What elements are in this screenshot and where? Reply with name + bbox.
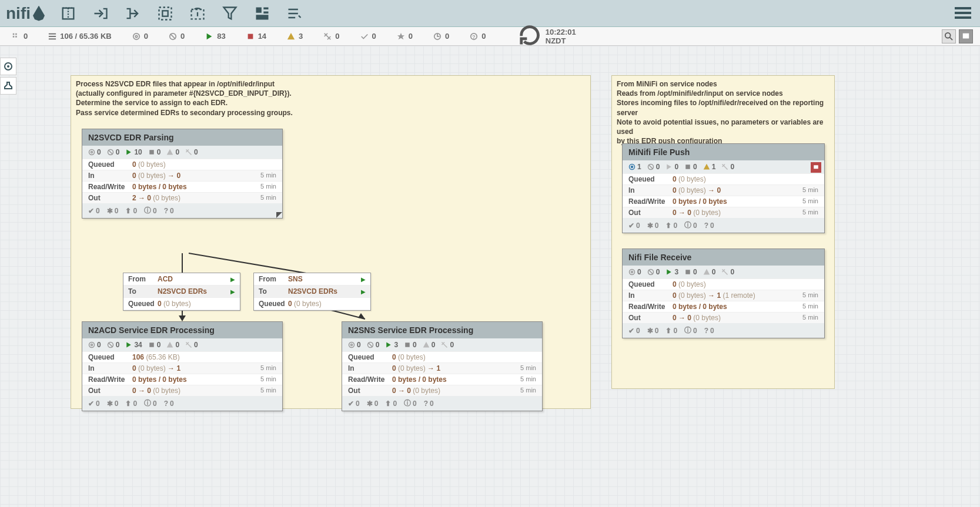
connector-line [182, 253, 183, 273]
arrow-head-icon [179, 315, 186, 321]
add-remote-process-group-icon[interactable] [189, 5, 206, 22]
svg-rect-51 [685, 270, 690, 274]
svg-point-31 [89, 343, 95, 348]
svg-line-50 [648, 270, 653, 274]
process-group-title: N2SNS Service EDR Processing [342, 322, 542, 338]
flow-canvas[interactable]: Process N2SVCD EDR files that appear in … [0, 46, 980, 507]
connection-acd[interactable]: FromACD▶ ToN2SVCD EDRs▶ Queued0 (0 bytes… [123, 273, 240, 311]
svg-rect-21 [963, 33, 969, 38]
up-to-date-count: 0 [360, 32, 376, 41]
svg-rect-2 [162, 11, 168, 16]
bulletin-indicator-icon[interactable] [811, 162, 821, 173]
process-group-minifi-push[interactable]: MiNifi File Push 1 0 0 0 1 0 Queued0 (0 … [622, 143, 825, 233]
sync-failure-count: ?0 [470, 32, 486, 41]
navigate-button[interactable] [0, 58, 16, 75]
process-group-status-row: 0 0 10 0 0 0 [82, 146, 282, 159]
process-group-footer: ✔ 0 ✱ 0 ⬆ 0 ⓘ 0 ? 0 [82, 396, 282, 411]
locally-modified-count: 0 [397, 32, 413, 41]
add-funnel-icon[interactable] [221, 5, 239, 22]
not-transmitting-count: 0 [169, 32, 185, 41]
svg-rect-15 [247, 33, 253, 39]
stale-count: 0 [433, 32, 449, 41]
operate-palette [0, 58, 16, 96]
svg-point-11 [133, 33, 139, 39]
add-label-icon[interactable] [286, 5, 303, 22]
process-group-footer: ✔ 0 ✱ 0 ⬆ 0 ⓘ 0 ? 0 [623, 218, 824, 233]
svg-rect-6 [13, 36, 15, 38]
process-group-body: Queued106 (65.36 KB) In0 (0 bytes) → 15 … [82, 351, 282, 396]
svg-text:?: ? [473, 33, 476, 39]
component-toolbar: nifi [0, 0, 980, 27]
play-icon: ▶ [230, 276, 235, 283]
process-group-n2svcd-parsing[interactable]: N2SVCD EDR Parsing 0 0 10 0 0 0 Queued0 … [82, 129, 283, 219]
svg-rect-10 [49, 38, 56, 39]
invalid-count: 3 [287, 32, 303, 41]
svg-point-36 [349, 343, 354, 348]
svg-point-37 [351, 344, 353, 346]
process-group-n2sns[interactable]: N2SNS Service EDR Processing 0 0 3 0 0 0… [342, 321, 543, 411]
process-group-title: N2SVCD EDR Parsing [82, 129, 282, 146]
svg-rect-8 [49, 33, 56, 34]
running-count: 83 [205, 32, 225, 41]
flow-status-bar: 0 106 / 65.36 KB 0 0 83 14 3 0 0 0 0 ?0 … [0, 27, 980, 46]
add-process-group-icon[interactable] [156, 5, 174, 22]
global-menu-button[interactable] [955, 5, 971, 21]
add-processor-icon[interactable] [59, 5, 77, 22]
nifi-logo: nifi [6, 4, 45, 23]
svg-point-48 [631, 271, 633, 273]
operate-button[interactable] [0, 77, 16, 95]
svg-point-23 [8, 66, 9, 67]
process-group-title: MiNifi File Push [623, 144, 824, 160]
svg-point-19 [945, 32, 951, 38]
connector-line [189, 252, 336, 276]
process-group-footer: ✔ 0 ✱ 0 ⬆ 0 ⓘ 0 ? 0 [82, 203, 282, 218]
process-group-status-row: 0 0 3 0 0 0 [623, 266, 824, 278]
svg-point-32 [91, 344, 93, 346]
bulletin-button[interactable] [959, 29, 973, 43]
svg-line-20 [950, 37, 952, 39]
transmitting-count: 0 [132, 32, 148, 41]
connection-sns[interactable]: FromSNS▶ ToN2SVCD EDRs▶ Queued0 (0 bytes… [253, 273, 371, 311]
process-group-footer: ✔ 0 ✱ 0 ⬆ 0 ⓘ 0 ? 0 [623, 323, 824, 338]
svg-rect-30 [149, 150, 154, 155]
process-group-status-row: 0 0 3 0 0 0 [342, 338, 542, 351]
active-threads: 0 [12, 32, 28, 41]
process-group-n2acd[interactable]: N2ACD Service EDR Processing 0 0 34 0 0 … [82, 321, 283, 411]
svg-point-26 [89, 150, 95, 155]
svg-point-12 [135, 35, 138, 38]
svg-rect-40 [405, 343, 410, 347]
process-group-body: Queued0 (0 bytes) In0 (0 bytes) → 05 min… [82, 159, 282, 203]
svg-line-34 [108, 343, 113, 347]
play-icon: ▶ [361, 276, 366, 283]
disabled-count: 0 [323, 32, 339, 41]
svg-line-14 [170, 33, 176, 39]
process-group-nifi-receive[interactable]: Nifi File Receive 0 0 3 0 0 0 Queued0 (0… [622, 249, 825, 338]
add-template-icon[interactable] [253, 5, 271, 22]
process-group-body: Queued0 (0 bytes) In0 (0 bytes) → 1 (1 r… [623, 278, 824, 323]
process-group-body: Queued0 (0 bytes) In0 (0 bytes) → 05 min… [623, 173, 824, 218]
svg-rect-35 [149, 343, 154, 347]
add-output-port-icon[interactable] [124, 5, 142, 22]
svg-rect-5 [15, 33, 17, 35]
edr-processing-group-container[interactable]: Process N2SVCD EDR files that appear in … [71, 75, 591, 409]
minifi-group-container[interactable]: From MiNiFi on service nodes Reads from … [611, 75, 835, 389]
svg-rect-46 [814, 165, 818, 169]
svg-rect-45 [685, 164, 690, 169]
process-group-status-row: 0 0 34 0 0 0 [82, 338, 282, 351]
search-button[interactable] [942, 29, 956, 43]
svg-rect-9 [49, 36, 56, 37]
drop-icon [33, 6, 45, 21]
add-input-port-icon[interactable] [92, 5, 109, 22]
right-group-description: From MiNiFi on service nodes Reads from … [612, 76, 834, 149]
svg-rect-7 [15, 36, 17, 38]
play-icon: ▶ [230, 288, 235, 295]
left-group-description: Process N2SVCD EDR files that appear in … [71, 76, 590, 121]
stopped-count: 14 [246, 32, 266, 41]
svg-line-24 [189, 253, 306, 273]
svg-rect-4 [13, 33, 15, 35]
total-queued: 106 / 65.36 KB [48, 32, 111, 41]
process-group-title: N2ACD Service EDR Processing [82, 322, 282, 338]
resize-handle-icon[interactable] [276, 212, 282, 218]
svg-line-39 [368, 343, 373, 347]
svg-point-47 [630, 270, 635, 275]
